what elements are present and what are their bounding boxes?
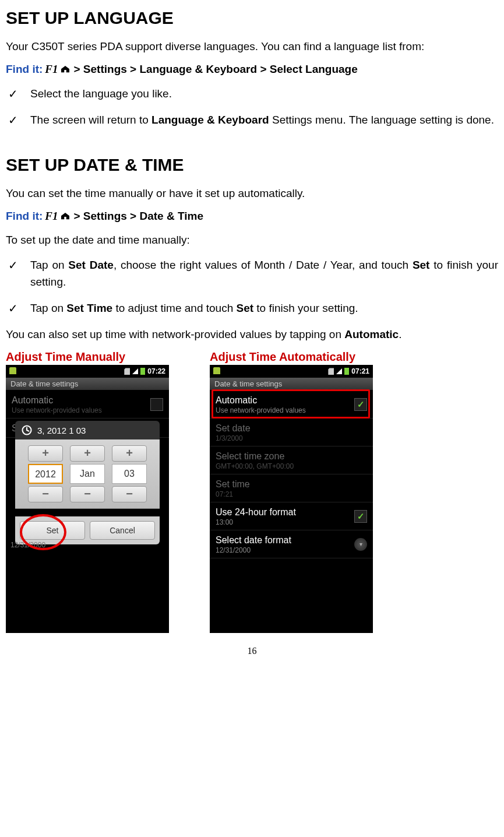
row-title: Select date format [216, 535, 367, 546]
status-clock: 07:21 [351, 367, 369, 375]
page-number: 16 [6, 646, 498, 656]
check-item: Tap on Set Date, choose the right values… [6, 256, 498, 291]
battery-icon [140, 368, 145, 375]
spinner-value-year[interactable]: 2012 [28, 464, 63, 484]
row-date-format[interactable]: Select date format 12/31/2000 [210, 530, 373, 558]
minus-button[interactable]: − [28, 486, 63, 502]
manual-intro: To set up the date and time manually: [6, 232, 498, 248]
plus-button[interactable]: + [28, 445, 63, 462]
intro-language: Your C350T series PDA support diverse la… [6, 38, 498, 55]
check-item: The screen will return to Language & Key… [6, 111, 498, 128]
android-icon [9, 367, 16, 374]
date-picker-header: 3, 2012 1 03 [15, 421, 160, 439]
find-it-label: Find it: [6, 63, 43, 76]
spinner-day[interactable]: + 03 − [112, 445, 147, 502]
text: to adjust time and touch [112, 302, 236, 314]
row-subtitle: 07:21 [216, 490, 367, 498]
plus-button[interactable]: + [70, 445, 105, 462]
row-subtitle: Use network-provided values [12, 406, 163, 414]
caption-automatic: Adjust Time Automatically [210, 350, 355, 364]
row-set-time[interactable]: Set time 07:21 [210, 474, 373, 502]
spinner-value-month[interactable]: Jan [70, 464, 105, 484]
row-title: Set time [216, 479, 367, 490]
text: . [399, 328, 401, 340]
sd-card-icon [328, 368, 334, 375]
spinner-month[interactable]: + Jan − [70, 445, 105, 502]
f1-home-icon: F1 [45, 63, 71, 76]
row-title: Automatic [12, 395, 163, 406]
screen-title: Date & time settings [6, 378, 169, 391]
row-set-date[interactable]: Set date 1/3/2000 [210, 418, 373, 446]
sd-card-icon [124, 368, 130, 375]
row-automatic[interactable]: Automatic Use network-provided values [6, 391, 169, 418]
status-clock: 07:22 [147, 367, 165, 375]
checkbox-checked-icon[interactable] [354, 510, 367, 523]
find-it-datetime: Find it: F1 > Settings > Date & Time [6, 210, 498, 223]
row-24-hour[interactable]: Use 24-hour format 13:00 [210, 502, 373, 530]
minus-button[interactable]: − [112, 486, 147, 502]
status-bar: 07:21 [210, 365, 373, 378]
row-title: Select time zone [216, 451, 367, 462]
text-bold: Set Time [66, 302, 112, 314]
date-picker-value: 3, 2012 1 03 [37, 425, 86, 435]
row-subtitle: 13:00 [216, 518, 367, 526]
caption-manual: Adjust Time Manually [6, 350, 169, 364]
row-timezone[interactable]: Select time zone GMT+00:00, GMT+00:00 [210, 446, 373, 474]
text: The screen will return to [30, 114, 151, 126]
f1-home-icon: F1 [45, 210, 71, 223]
automatic-line: You can also set up time with network-pr… [6, 326, 498, 343]
row-subtitle: 12/31/2000 [216, 546, 367, 554]
find-it-path: > Settings > Date & Time [74, 210, 203, 223]
checkbox-unchecked-icon[interactable] [150, 398, 163, 411]
checklist-datetime: Tap on Set Date, choose the right values… [6, 256, 498, 317]
text: Tap on [30, 259, 68, 271]
screen-title: Date & time settings [210, 378, 373, 391]
plus-button[interactable]: + [112, 445, 147, 462]
text-bold: Automatic [344, 328, 399, 340]
battery-icon [344, 368, 349, 375]
clock-icon [21, 424, 33, 436]
signal-icon [336, 368, 342, 374]
text: , choose the right values of Month / Dat… [114, 259, 413, 271]
date-picker: + 2012 − + Jan − + 03 − [15, 439, 160, 509]
minus-button[interactable]: − [70, 486, 105, 502]
screenshot-manual: 07:22 Date & time settings Automatic Use… [6, 365, 169, 633]
row-title: Use 24-hour format [216, 507, 367, 518]
checklist-language: Select the language you like. The screen… [6, 85, 498, 129]
find-it-language: Find it: F1 > Settings > Language & Keyb… [6, 63, 498, 76]
find-it-label: Find it: [6, 210, 43, 223]
text-bold: Set Date [68, 259, 114, 271]
check-item: Tap on Set Time to adjust time and touch… [6, 300, 498, 316]
text-bold: Set [413, 259, 430, 271]
annotation-circle-set [20, 514, 66, 550]
text: Settings menu. The language setting is d… [269, 114, 494, 126]
annotation-box-automatic [212, 389, 370, 418]
heading-setup-datetime: SET UP DATE & TIME [6, 155, 498, 175]
row-subtitle: GMT+00:00, GMT+00:00 [216, 462, 367, 470]
dropdown-disclosure-icon[interactable] [354, 538, 367, 551]
signal-icon [132, 368, 138, 374]
android-icon [213, 367, 220, 374]
spinner-value-day[interactable]: 03 [112, 464, 147, 484]
text-bold: Language & Keyboard [151, 114, 269, 126]
row-title: Set date [216, 423, 367, 434]
check-item: Select the language you like. [6, 85, 498, 102]
text-bold: Set [236, 302, 253, 314]
svg-marker-1 [61, 213, 69, 219]
heading-setup-language: SET UP LANGUAGE [6, 8, 498, 28]
spinner-year[interactable]: + 2012 − [28, 445, 63, 502]
text: Tap on [30, 302, 66, 314]
cancel-button[interactable]: Cancel [90, 521, 155, 540]
find-it-path: > Settings > Language & Keyboard > Selec… [74, 63, 358, 76]
row-subtitle: 1/3/2000 [216, 434, 367, 442]
status-bar: 07:22 [6, 365, 169, 378]
screenshot-automatic: 07:21 Date & time settings Automatic Use… [210, 365, 373, 633]
svg-marker-0 [61, 65, 69, 72]
intro-datetime: You can set the time manually or have it… [6, 185, 498, 202]
text: You can also set up time with network-pr… [6, 328, 344, 340]
text: to finish your setting. [253, 302, 358, 314]
